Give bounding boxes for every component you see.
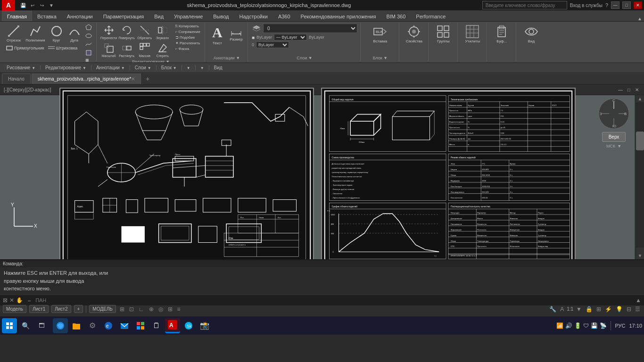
tab-addons[interactable]: Надстройки xyxy=(234,11,273,21)
customize-icon[interactable]: ☰ xyxy=(634,305,641,313)
model-tab-btn[interactable]: Модель xyxy=(3,305,26,313)
hatch-btn[interactable]: Штриховка xyxy=(47,44,79,52)
systray-battery[interactable]: 🔋 xyxy=(574,322,581,329)
language-indicator[interactable]: РУС xyxy=(615,323,625,329)
minimize-btn[interactable]: — xyxy=(611,1,619,9)
systray-bluetooth[interactable]: 📡 xyxy=(600,322,607,329)
command-input[interactable] xyxy=(33,295,633,305)
groups-btn[interactable]: Группы xyxy=(434,24,452,44)
start-button[interactable] xyxy=(2,318,17,333)
tab-view[interactable]: Вид xyxy=(149,11,169,21)
osnap-icon[interactable]: ◎ xyxy=(157,305,164,313)
canvas-maximize-btn[interactable]: □ xyxy=(626,87,632,92)
insert-btn[interactable]: BLK Вставка xyxy=(371,24,389,44)
canvas-minimize-btn[interactable]: — xyxy=(617,87,624,92)
rotate-btn[interactable]: Повернуть xyxy=(118,24,135,41)
taskbar-app-settings[interactable]: ⚙ xyxy=(85,318,100,333)
isolate-icon[interactable]: 💡 xyxy=(615,305,624,313)
dimension-btn[interactable]: Размер xyxy=(228,24,245,42)
array-btn[interactable]: Массив xyxy=(136,41,153,58)
scale-btn[interactable]: Масштаб xyxy=(100,41,117,58)
cmd-hand-icon[interactable]: ✋ xyxy=(16,297,23,304)
tab-home[interactable]: Главная xyxy=(2,11,32,21)
rect-btn[interactable]: Прямоугольник xyxy=(5,44,46,52)
cleanscreen-icon[interactable]: ⊟ xyxy=(626,305,632,313)
msk-dropdown[interactable]: ▼ xyxy=(617,144,621,148)
search-input[interactable] xyxy=(482,1,567,9)
copy-btn[interactable]: ⎘ Копировать xyxy=(174,24,202,29)
hardware-acc-icon[interactable]: ⚡ xyxy=(604,305,613,313)
trim-btn[interactable]: Обрезать xyxy=(136,24,153,41)
grid-icon[interactable]: ⊞ xyxy=(119,305,125,313)
sheet1-btn[interactable]: Лист1 xyxy=(29,305,49,313)
move-btn[interactable]: Перенести xyxy=(100,24,117,41)
line-btn[interactable]: Отрезок xyxy=(5,24,23,43)
ribbon-collapse-btn[interactable]: ▲ xyxy=(637,16,642,21)
maximize-btn[interactable]: □ xyxy=(622,1,631,9)
tab-annotations[interactable]: Аннотации xyxy=(62,11,98,21)
taskbar-app-edge[interactable] xyxy=(53,318,68,333)
tab-output[interactable]: Вывод xyxy=(208,11,234,21)
tab-current-file[interactable]: skhema_proizvodstva...rpicha_ispravlenno… xyxy=(32,74,141,84)
tab-parametrize[interactable]: Параметризация xyxy=(98,11,149,21)
otrack-icon[interactable]: ⊞ xyxy=(167,305,173,313)
clipboard-btn[interactable]: Буф... xyxy=(493,24,511,44)
annotscale-icon[interactable]: A xyxy=(559,305,565,313)
region-btn[interactable] xyxy=(84,49,93,57)
taskbar-app-skype[interactable]: Sk xyxy=(181,318,196,333)
taskbar-app-notepad[interactable]: 🗒 xyxy=(149,318,164,333)
taskbar-app-explorer[interactable] xyxy=(69,318,84,333)
panel-label-props[interactable]: ▼ xyxy=(182,65,196,70)
units-icon[interactable]: ⊞ xyxy=(595,305,602,313)
systray-network[interactable]: 📶 xyxy=(556,322,563,329)
scale-dropdown-icon[interactable]: ▼ xyxy=(575,305,583,313)
save-btn[interactable]: 💾 xyxy=(19,1,27,9)
tab-start[interactable]: Начало xyxy=(2,74,31,84)
tab-bim360[interactable]: BIM 360 xyxy=(381,11,411,21)
lock-icon[interactable]: 🔒 xyxy=(585,305,594,313)
tab-performance[interactable]: Performance xyxy=(411,11,451,21)
sheet2-btn[interactable]: Лист2 xyxy=(51,305,71,313)
panel-label-draw[interactable]: Рисование ▼ xyxy=(2,65,41,70)
cmd-pan-icon[interactable]: ⊠ xyxy=(3,297,8,304)
taskbar-app-camera[interactable]: 📸 xyxy=(197,318,212,333)
erase-btn[interactable]: Стереть xyxy=(154,41,171,58)
taskbar-taskview-btn[interactable]: 🗔 xyxy=(34,318,49,333)
view-btn[interactable]: Вид xyxy=(522,24,540,44)
linetype-select[interactable]: — ByLayer xyxy=(274,34,307,41)
canvas-close-btn[interactable]: ✕ xyxy=(634,87,640,92)
tab-a360[interactable]: А360 xyxy=(273,11,296,21)
close-btn[interactable]: ✕ xyxy=(634,1,642,9)
taskbar-app-mail[interactable] xyxy=(117,318,132,333)
panel-label-groups[interactable]: ▼ xyxy=(196,65,209,70)
systray-security[interactable]: 🛡 xyxy=(583,322,589,329)
ortho-icon[interactable]: ∟ xyxy=(138,305,145,313)
qa-dropdown-btn[interactable]: ▼ xyxy=(47,1,56,9)
systray-volume[interactable]: 🔊 xyxy=(565,322,572,329)
arc-btn[interactable]: Дуга xyxy=(66,24,83,43)
layer-select[interactable]: 0 xyxy=(263,24,357,33)
mirror-btn[interactable]: Зеркало xyxy=(154,24,171,41)
help-icon[interactable]: ? xyxy=(605,2,608,8)
panel-label-layers[interactable]: Слои ▼ xyxy=(130,65,157,70)
clock[interactable]: 17:10 xyxy=(629,323,642,329)
right-scrollbar[interactable]: ▲ ▼ xyxy=(636,95,644,259)
redo-btn[interactable]: ↪ xyxy=(38,1,46,9)
snap-icon[interactable]: ⊡ xyxy=(128,305,135,313)
explode-btn[interactable]: ✦ Расчленить xyxy=(174,41,202,46)
panel-label-edit[interactable]: Редактирование ▼ xyxy=(41,65,91,70)
tab-insert[interactable]: Вставка xyxy=(32,11,62,21)
panel-label-annotation[interactable]: Аннотации ▼ xyxy=(91,65,130,70)
add-sheet-btn[interactable]: + xyxy=(74,305,83,313)
spline-btn[interactable] xyxy=(84,41,93,48)
sign-in-label[interactable]: Вход в службы xyxy=(570,3,603,8)
circle-btn[interactable]: Круг xyxy=(48,24,65,43)
polyline-btn[interactable]: Полилиния xyxy=(24,24,47,43)
fillet-btn[interactable]: ⌐ Сопряжение xyxy=(174,29,202,34)
tab-manage[interactable]: Управление xyxy=(169,11,208,21)
command-autocomplete-btn[interactable]: ▲ xyxy=(633,297,644,304)
tab-recommended[interactable]: Рекомендованные приложения xyxy=(296,11,381,21)
offset-btn[interactable]: ⊐ Подобие xyxy=(174,35,202,40)
stretch-btn[interactable]: Растянуть xyxy=(118,41,135,58)
lineweight-select[interactable]: ByLayer xyxy=(256,41,289,48)
